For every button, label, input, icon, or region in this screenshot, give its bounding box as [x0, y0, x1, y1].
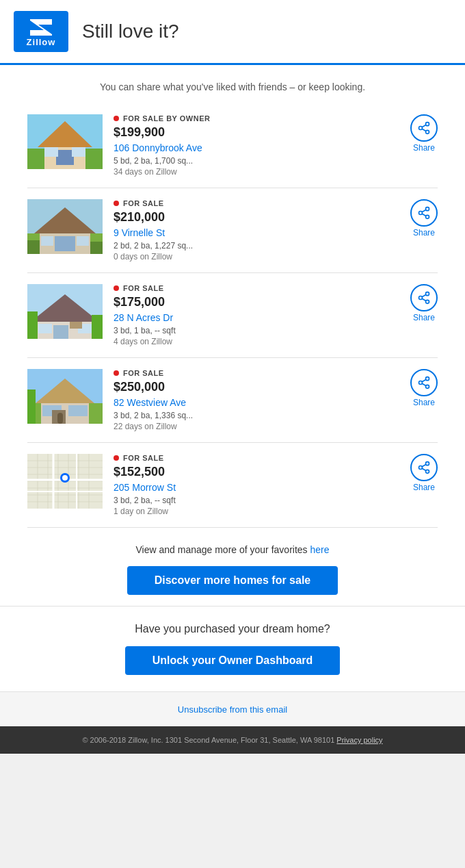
svg-line-54	[422, 383, 426, 385]
listing-price-2: $210,000	[114, 210, 402, 225]
svg-rect-19	[77, 236, 89, 246]
share-button-4[interactable]: Share	[410, 369, 438, 407]
listing-specs-1: 5 bd, 2 ba, 1,700 sq...	[114, 156, 402, 166]
svg-point-8	[426, 123, 429, 126]
listing-item-4: FOR SALE $250,000 82 Westview Ave 3 bd, …	[27, 358, 438, 443]
svg-line-25	[422, 214, 426, 216]
favorites-here-link[interactable]: here	[310, 544, 329, 555]
share-circle-5	[410, 454, 438, 481]
svg-point-10	[426, 130, 429, 133]
unsubscribe-link[interactable]: Unsubscribe from this email	[178, 704, 287, 715]
share-button-2[interactable]: Share	[410, 199, 438, 238]
share-icon-3	[417, 291, 431, 305]
svg-point-52	[419, 381, 423, 385]
favorites-section: View and manage more of your favorites h…	[0, 528, 465, 606]
share-icon-2	[417, 206, 431, 220]
share-icon-5	[417, 461, 431, 474]
listing-address-3[interactable]: 28 N Acres Dr	[114, 312, 402, 323]
for-sale-dot-5	[114, 455, 119, 461]
listing-badge-4: FOR SALE	[114, 369, 402, 377]
svg-rect-50	[27, 390, 36, 424]
svg-line-11	[422, 129, 426, 131]
listing-item-3: FOR SALE $175,000 28 N Acres Dr 3 bd, 1 …	[27, 273, 438, 358]
listing-days-3: 4 days on Zillow	[114, 337, 402, 346]
listing-badge-3: FOR SALE	[114, 284, 402, 292]
listing-details-1: FOR SALE BY OWNER $199,900 106 Donnybroo…	[114, 114, 402, 177]
listing-badge-2: FOR SALE	[114, 199, 402, 207]
svg-rect-5	[56, 150, 74, 165]
svg-rect-20	[27, 240, 40, 254]
share-circle-3	[410, 284, 438, 311]
svg-rect-7	[72, 147, 85, 157]
listing-days-1: 34 days on Zillow	[114, 167, 402, 177]
share-button-1[interactable]: Share	[410, 114, 438, 153]
svg-point-38	[419, 296, 423, 300]
for-sale-dot-2	[114, 201, 119, 206]
svg-point-37	[426, 292, 429, 296]
svg-point-75	[62, 475, 68, 481]
svg-point-51	[426, 377, 429, 381]
listing-details-5: FOR SALE $152,500 205 Morrow St 3 bd, 2 …	[114, 454, 402, 516]
share-label-2: Share	[413, 228, 435, 238]
listing-specs-3: 3 bd, 1 ba, -- sqft	[114, 326, 402, 335]
svg-line-41	[422, 294, 426, 296]
dream-text: Have you purchased your dream home?	[27, 623, 438, 635]
listing-badge-1: FOR SALE BY OWNER	[114, 114, 402, 123]
share-button-5[interactable]: Share	[410, 454, 438, 492]
for-sale-dot-3	[114, 285, 119, 291]
svg-marker-0	[30, 19, 52, 36]
svg-point-22	[426, 207, 429, 211]
svg-rect-32	[38, 324, 52, 333]
share-button-3[interactable]: Share	[410, 284, 438, 322]
listing-specs-4: 3 bd, 2 ba, 1,336 sq...	[114, 411, 402, 420]
privacy-policy-link[interactable]: Privacy policy	[336, 736, 382, 744]
svg-rect-36	[70, 322, 82, 329]
listings-container: FOR SALE BY OWNER $199,900 106 Donnybroo…	[0, 103, 465, 528]
svg-rect-49	[57, 413, 63, 424]
listing-item-5: FOR SALE $152,500 205 Morrow St 3 bd, 2 …	[27, 443, 438, 528]
listing-details-3: FOR SALE $175,000 28 N Acres Dr 3 bd, 1 …	[114, 284, 402, 346]
svg-rect-17	[55, 236, 75, 251]
subtitle-text: You can share what you've liked with fri…	[14, 81, 451, 92]
svg-rect-6	[44, 147, 58, 157]
share-icon-1	[417, 121, 431, 135]
listing-image-3	[27, 284, 103, 339]
share-label-5: Share	[413, 483, 435, 492]
svg-rect-21	[90, 242, 103, 254]
page-title: Still love it?	[82, 21, 179, 42]
listing-address-5[interactable]: 205 Morrow St	[114, 482, 402, 493]
share-circle-4	[410, 369, 438, 396]
subtitle-section: You can share what you've liked with fri…	[0, 65, 465, 103]
discover-homes-button[interactable]: Discover more homes for sale	[127, 566, 338, 595]
listing-address-2[interactable]: 9 Virnelle St	[114, 227, 402, 238]
listing-price-5: $152,500	[114, 465, 402, 479]
listing-address-1[interactable]: 106 Donnybrook Ave	[114, 142, 402, 153]
header: Zillow Still love it?	[0, 0, 465, 65]
svg-point-78	[426, 470, 429, 473]
svg-rect-31	[53, 325, 68, 339]
svg-point-23	[419, 212, 423, 215]
svg-point-76	[426, 462, 429, 465]
svg-line-55	[422, 379, 426, 381]
footer-copyright: © 2006-2018 Zillow, Inc. 1301 Second Ave…	[82, 736, 334, 744]
svg-point-53	[426, 385, 429, 388]
svg-point-39	[426, 300, 429, 303]
listing-image-5	[27, 454, 103, 509]
listing-image-4	[27, 369, 103, 424]
for-sale-dot-1	[114, 116, 119, 121]
listing-badge-5: FOR SALE	[114, 454, 402, 462]
for-sale-dot-4	[114, 370, 119, 376]
listing-address-4[interactable]: 82 Westview Ave	[114, 397, 402, 408]
zillow-logo: Zillow	[14, 11, 68, 52]
svg-line-26	[422, 209, 426, 212]
owner-dashboard-button[interactable]: Unlock your Owner Dashboard	[125, 646, 341, 675]
listing-specs-2: 2 bd, 2 ba, 1,227 sq...	[114, 241, 402, 251]
svg-rect-35	[92, 315, 103, 339]
unsubscribe-section: Unsubscribe from this email	[0, 691, 465, 726]
svg-point-9	[419, 127, 423, 130]
svg-rect-47	[68, 405, 88, 416]
share-circle-2	[410, 199, 438, 227]
listing-image-1	[27, 114, 103, 169]
svg-point-77	[419, 466, 423, 470]
listing-item: FOR SALE BY OWNER $199,900 106 Donnybroo…	[27, 103, 438, 188]
